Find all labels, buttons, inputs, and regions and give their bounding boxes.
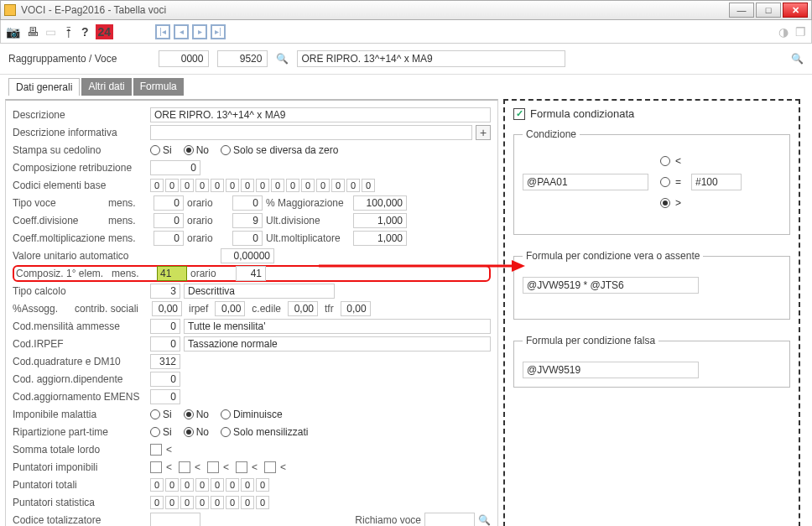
codici-base-digits[interactable]: 000000000000000 [150, 179, 375, 192]
cd-mens[interactable]: 0 [154, 213, 184, 228]
cm-ult[interactable]: 1,000 [353, 231, 407, 246]
camera-icon[interactable]: 📷 [6, 25, 20, 39]
richiamo-search-icon[interactable]: 🔍 [478, 514, 491, 526]
tab-altri-dati[interactable]: Altri dati [81, 78, 131, 96]
condizione-input[interactable]: @PAA01 [523, 174, 648, 190]
op-eq[interactable]: =#100 [660, 174, 742, 190]
tipo-calc[interactable]: 3 [150, 284, 180, 299]
stampa-no[interactable]: No [184, 144, 209, 156]
rip-pt-no[interactable]: No [184, 426, 209, 438]
nav-last-icon[interactable]: ▸| [211, 24, 226, 39]
rip-pt-mens[interactable]: Solo mensilizzati [221, 426, 308, 438]
filter-bar: Raggruppamento / Voce 0000 9520 🔍 ORE RI… [0, 44, 812, 75]
search-icon[interactable]: 🔍 [276, 53, 289, 65]
somma-label: Somma totale lordo [13, 444, 147, 456]
tv-pct[interactable]: 100,000 [353, 195, 407, 211]
cod-quadr-label: Cod.quadrature e DM10 [13, 356, 147, 367]
right-icon-1[interactable]: ◑ [778, 25, 789, 39]
pi-5[interactable] [264, 461, 276, 473]
compos-label: Composiz. 1° elem. [16, 268, 108, 279]
pa-tfr[interactable]: 0,00 [341, 301, 371, 316]
imp-mal-label: Imponibile malattia [13, 409, 147, 420]
formula-vera-input[interactable]: @JVW9519 * @JTS6 [523, 277, 699, 294]
imp-mal-si[interactable]: Si [150, 409, 172, 420]
nav-next-icon[interactable]: ▸ [192, 24, 207, 39]
punt-stat-label: Puntatori statistica [13, 497, 147, 508]
condizione-legend: Condizione [523, 128, 580, 140]
imp-mal-dim[interactable]: Diminuisce [221, 409, 283, 420]
cod-tot[interactable] [150, 513, 200, 526]
op-lt[interactable]: < [660, 155, 681, 167]
punt-imp-label: Puntatori imponibili [13, 461, 147, 473]
somma-check[interactable] [150, 444, 162, 456]
right-icon-2[interactable]: ❐ [795, 25, 806, 39]
tipo-calc-desc: Descrittiva [184, 284, 335, 299]
comp-retrib-field[interactable]: 0 [150, 160, 200, 175]
tv-orario[interactable]: 0 [232, 195, 263, 211]
cod-irpef-label: Cod.IRPEF [13, 338, 147, 350]
right-panel: ✓ Formula condizionata Condizione @PAA01… [503, 99, 800, 526]
rip-pt-si[interactable]: Si [150, 426, 172, 438]
cm-mens[interactable]: 0 [154, 231, 184, 246]
filter-code2[interactable]: 9520 [217, 50, 268, 67]
stampa-si[interactable]: Si [150, 144, 172, 156]
pa-cs[interactable]: 0,00 [152, 301, 182, 316]
tab-strip: Dati generali Altri dati Formula [8, 78, 812, 96]
cond-value[interactable]: #100 [691, 174, 742, 190]
pi-4[interactable] [236, 461, 247, 473]
formula-cond-label: Formula condizionata [530, 107, 634, 120]
pa-irpef[interactable]: 0,00 [215, 301, 245, 316]
formula-falsa-legend: Formula per condizione falsa [523, 335, 658, 346]
pi-1[interactable] [150, 461, 162, 473]
print-icon[interactable]: 🖶 [27, 25, 39, 39]
window-titlebar: VOCI - E-Pag2016 - Tabella voci — □ ✕ [0, 0, 812, 20]
help-icon[interactable]: ? [81, 25, 89, 39]
punt-tot-digits[interactable]: 00000000 [150, 478, 269, 492]
folder-icon[interactable]: ▭ [45, 25, 56, 39]
formula-vera-legend: Formula per condizione vera o assente [523, 250, 703, 262]
maximize-button[interactable]: □ [756, 3, 781, 18]
tab-formula[interactable]: Formula [133, 78, 184, 96]
tipo-voce-label: Tipo voce [13, 197, 105, 209]
comp-retrib-label: Composizione retribuzione [13, 162, 147, 174]
cm-orario[interactable]: 0 [232, 231, 263, 246]
cd-ult[interactable]: 1,000 [353, 213, 407, 228]
close-button[interactable]: ✕ [783, 3, 808, 18]
formula-falsa-input[interactable]: @JVW9519 [523, 362, 699, 378]
pa-cedile[interactable]: 0,00 [288, 301, 318, 316]
cod-quadr[interactable]: 312 [150, 354, 180, 369]
tipo-calc-label: Tipo calcolo [13, 285, 147, 297]
filter-code1[interactable]: 0000 [159, 50, 209, 67]
tab-dati-generali[interactable]: Dati generali [8, 78, 80, 96]
richiamo-field[interactable] [424, 513, 475, 526]
cod-agg-dip-label: Cod. aggiorn.dipendente [13, 373, 147, 385]
nav-first-icon[interactable]: |◂ [155, 24, 170, 39]
cod-agg-emens[interactable]: 0 [150, 389, 180, 404]
search-icon-2[interactable]: 🔍 [791, 53, 804, 65]
stampa-diversa[interactable]: Solo se diversa da zero [221, 144, 338, 156]
cd-orario[interactable]: 9 [232, 213, 263, 228]
descrizione-field[interactable]: ORE RIPRO. 13^+14^ x MA9 [150, 107, 491, 122]
compos-mens[interactable]: 41 [157, 266, 187, 281]
pi-2[interactable] [179, 461, 190, 473]
cod-agg-dip[interactable]: 0 [150, 372, 180, 387]
minimize-button[interactable]: — [729, 3, 754, 18]
tv-mens[interactable]: 0 [154, 195, 184, 211]
descrizione-info-field[interactable] [150, 125, 472, 140]
upload-icon[interactable]: ⭱ [63, 25, 75, 39]
imp-mal-no[interactable]: No [184, 409, 209, 420]
compos-orario[interactable]: 41 [236, 266, 266, 281]
cod-mens[interactable]: 0 [150, 319, 180, 334]
punt-stat-digits[interactable]: 00000000 [150, 496, 269, 509]
nav-prev-icon[interactable]: ◂ [174, 24, 189, 39]
formula-cond-checkbox[interactable]: ✓ [513, 108, 525, 120]
window-buttons: — □ ✕ [729, 3, 808, 18]
cod-irpef[interactable]: 0 [150, 336, 180, 352]
badge-24[interactable]: 24 [96, 24, 114, 39]
cod-mens-label: Cod.mensilità ammesse [13, 320, 147, 332]
op-gt[interactable]: > [660, 197, 681, 209]
val-unit[interactable]: 0,00000 [221, 248, 274, 263]
filter-desc[interactable]: ORE RIPRO. 13^+14^ x MA9 [297, 50, 565, 67]
add-info-button[interactable]: + [476, 125, 491, 140]
pi-3[interactable] [207, 461, 219, 473]
